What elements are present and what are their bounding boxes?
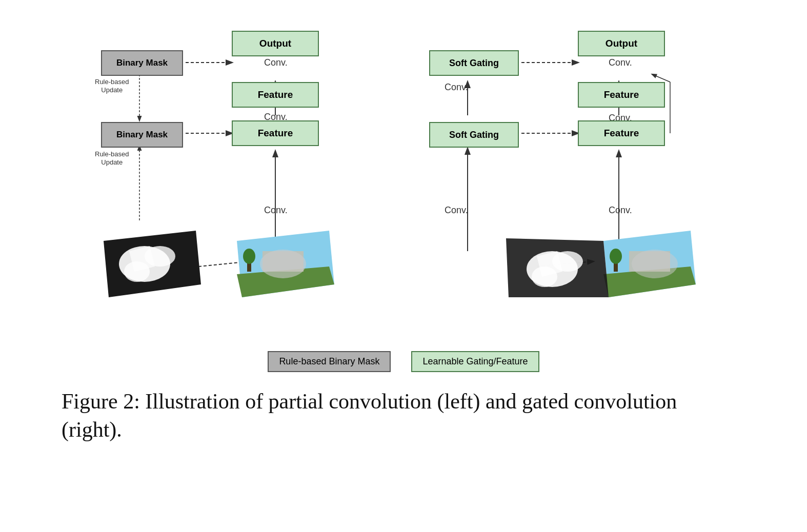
right-conv-left-bot: Conv. [445,205,468,216]
right-feature-mid: Feature [578,120,665,146]
svg-point-18 [243,249,255,264]
left-rule-update-bot: Rule-basedUpdate [95,150,129,166]
left-diagram: Output Conv. Feature Binary Mask Rule-ba… [91,31,357,338]
left-mask-image [98,226,206,300]
right-conv-right-bot: Conv. [609,205,632,216]
svg-point-16 [260,250,306,278]
caption-text: Figure 2: Illustration of partial convol… [62,390,677,441]
legend-gray-item: Rule-based Binary Mask [268,351,391,372]
legend-green-label: Learnable Gating/Feature [422,356,528,367]
left-binary-mask-top: Binary Mask [101,50,183,76]
right-conv-left-top: Conv. [445,82,468,93]
right-scene-image [501,226,696,300]
left-rule-update-top: Rule-basedUpdate [95,78,129,94]
svg-point-32 [632,250,678,278]
legend-area: Rule-based Binary Mask Learnable Gating/… [268,351,539,372]
svg-point-34 [610,249,622,264]
right-soft-gating-bot: Soft Gating [429,122,519,148]
left-conv-bot: Conv. [264,205,288,216]
left-scene-image [232,226,339,300]
right-conv-top: Conv. [609,57,632,68]
diagram-area: Output Conv. Feature Binary Mask Rule-ba… [0,31,807,338]
figure-caption: Figure 2: Illustration of partial convol… [31,387,723,443]
left-feature-mid: Feature [232,120,319,146]
left-conv-top: Conv. [264,57,288,68]
right-soft-gating-top: Soft Gating [429,50,519,76]
right-feature-top: Feature [578,82,665,108]
legend-gray-label: Rule-based Binary Mask [279,356,379,367]
left-binary-mask-bot: Binary Mask [101,122,183,148]
main-container: Output Conv. Feature Binary Mask Rule-ba… [0,0,807,532]
left-output-box: Output [232,31,319,56]
right-diagram: Output Conv. Feature Soft Gating Conv. C… [419,31,716,338]
right-output-box: Output [578,31,665,56]
svg-line-28 [652,74,670,82]
left-feature-top: Feature [232,82,319,108]
legend-green-item: Learnable Gating/Feature [411,351,539,372]
